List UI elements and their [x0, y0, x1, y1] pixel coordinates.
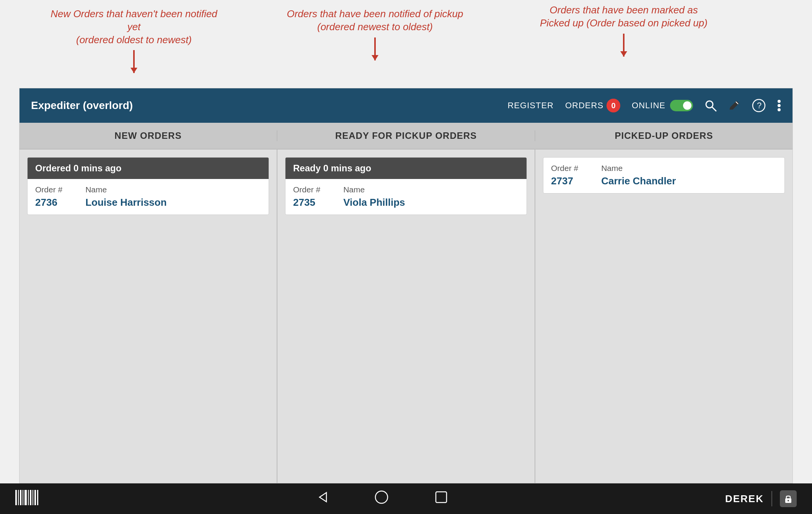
app-title: Expediter (overlord) [31, 99, 507, 112]
svg-point-19 [375, 491, 388, 503]
name-label: Name [85, 185, 166, 194]
main-content: Ordered 0 mins ago Order # 2736 Name Lou… [20, 150, 792, 483]
svg-rect-8 [15, 490, 17, 505]
pickedup-order-num-field: Order # 2737 [551, 164, 578, 187]
ready-order-num-value: 2735 [293, 197, 320, 208]
svg-rect-12 [24, 490, 27, 505]
picked-up-card-0[interactable]: Order # 2737 Name Carrie Chandler [543, 157, 785, 194]
order-num-label: Order # [35, 185, 62, 194]
ready-name-field: Name Viola Phillips [343, 185, 405, 208]
svg-rect-14 [30, 490, 31, 505]
pickedup-name-label: Name [601, 164, 676, 173]
svg-point-5 [778, 100, 781, 103]
ready-name-value: Viola Phillips [343, 197, 405, 208]
ready-order-num-label: Order # [293, 185, 320, 194]
online-toggle[interactable] [670, 100, 693, 111]
orders-badge-container: ORDERS 0 [565, 99, 620, 112]
app-container: Expediter (overlord) REGISTER ORDERS 0 O… [19, 88, 793, 483]
orders-count-badge: 0 [607, 99, 620, 112]
more-options-icon[interactable] [777, 99, 781, 112]
svg-rect-13 [28, 490, 29, 505]
annotation-new-orders: New Orders that haven't been notified ye… [46, 8, 222, 73]
help-icon[interactable]: ? [752, 99, 766, 112]
annotations-area: New Orders that haven't been notified ye… [0, 0, 812, 88]
annotation-picked-up: Orders that have been marked as Picked u… [528, 4, 719, 57]
ready-name-label: Name [343, 185, 405, 194]
barcode-icon [15, 490, 38, 508]
picked-up-column: Order # 2737 Name Carrie Chandler [535, 150, 792, 483]
header-actions: REGISTER ORDERS 0 ONLINE [507, 99, 781, 112]
new-order-card-header-0: Ordered 0 mins ago [28, 158, 269, 179]
order-num-field: Order # 2736 [35, 185, 62, 208]
ready-order-card-0[interactable]: Ready 0 mins ago Order # 2735 Name Viola… [285, 157, 527, 215]
ready-order-card-body-0: Order # 2735 Name Viola Phillips [285, 179, 527, 215]
svg-rect-11 [23, 490, 23, 505]
nav-recents-icon[interactable] [434, 490, 448, 507]
annotation-ready-pickup: Orders that have been notified of pickup… [283, 8, 467, 60]
svg-rect-9 [18, 490, 19, 505]
new-orders-column: Ordered 0 mins ago Order # 2736 Name Lou… [20, 150, 277, 483]
pickedup-name-field: Name Carrie Chandler [601, 164, 676, 187]
app-header: Expediter (overlord) REGISTER ORDERS 0 O… [20, 88, 792, 123]
svg-line-1 [712, 107, 716, 111]
nav-username: DEREK [725, 493, 764, 505]
pickedup-name-value: Carrie Chandler [601, 175, 676, 187]
search-icon[interactable] [704, 99, 717, 112]
nav-center [315, 490, 448, 507]
svg-rect-16 [34, 490, 36, 505]
register-button[interactable]: REGISTER [507, 101, 553, 111]
nav-home-icon[interactable] [375, 490, 388, 507]
online-label: ONLINE [632, 101, 665, 111]
name-value: Louise Harrisson [85, 197, 166, 208]
new-order-card-body-0: Order # 2736 Name Louise Harrisson [28, 179, 269, 215]
svg-rect-20 [436, 492, 447, 503]
nav-divider [771, 491, 772, 506]
svg-point-7 [778, 108, 781, 111]
order-num-value: 2736 [35, 197, 62, 208]
nav-right: DEREK [725, 490, 797, 507]
orders-button[interactable]: ORDERS [565, 101, 603, 111]
svg-rect-10 [20, 490, 21, 505]
pickedup-order-num-label: Order # [551, 164, 578, 173]
new-orders-column-header: NEW ORDERS [20, 130, 277, 141]
svg-rect-15 [33, 490, 33, 505]
picked-up-column-header: PICKED-UP ORDERS [535, 130, 792, 141]
name-field: Name Louise Harrisson [85, 185, 166, 208]
ready-order-num-field: Order # 2735 [293, 185, 320, 208]
pickedup-order-num-value: 2737 [551, 175, 578, 187]
online-container: ONLINE [632, 100, 693, 111]
lock-icon[interactable] [780, 490, 797, 507]
pencil-icon[interactable] [728, 99, 740, 112]
svg-rect-17 [37, 490, 38, 505]
svg-point-6 [778, 104, 781, 107]
ready-pickup-column: Ready 0 mins ago Order # 2735 Name Viola… [277, 150, 535, 483]
ready-order-card-header-0: Ready 0 mins ago [285, 158, 527, 179]
ready-pickup-column-header: READY FOR PICKUP ORDERS [277, 130, 535, 141]
columns-header: NEW ORDERS READY FOR PICKUP ORDERS PICKE… [20, 123, 792, 150]
svg-marker-18 [320, 493, 326, 502]
svg-point-22 [788, 500, 789, 501]
bottom-nav: DEREK [0, 483, 812, 514]
svg-text:?: ? [757, 101, 761, 110]
new-order-card-0[interactable]: Ordered 0 mins ago Order # 2736 Name Lou… [27, 157, 269, 215]
nav-back-icon[interactable] [315, 490, 329, 507]
